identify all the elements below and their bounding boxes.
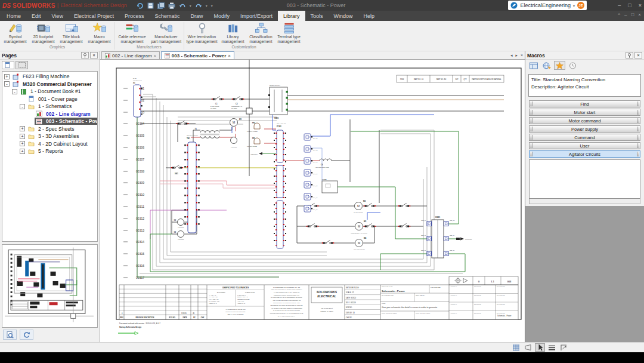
tree-item-line-diagram[interactable]: 002 - Line diagram [2,110,97,118]
panel-close-icon[interactable]: × [90,52,98,59]
redo-dropdown-icon[interactable]: ▾ [206,4,208,8]
expand-toggle[interactable]: + [4,74,10,79]
macro-web-icon[interactable] [541,61,552,70]
save-all-icon[interactable] [157,2,165,10]
doc-restore-icon[interactable]: □ [631,12,634,17]
cable-reference-management-button[interactable]: Cable reference management [115,21,149,45]
doc-close-icon[interactable]: × [638,12,641,17]
manufacturer-part-management-button[interactable]: Manufacturer part management [149,21,183,45]
pages-view-tab-icon[interactable] [2,61,14,69]
symbol-management-button[interactable]: Symbol management [1,21,29,45]
maximize-button[interactable]: □ [628,2,631,8]
undo-dropdown-icon[interactable]: ▾ [190,4,191,8]
frames-view-tab-icon[interactable] [16,61,28,69]
menu-modify[interactable]: Modify [208,11,235,21]
account-dropdown-icon[interactable]: ▾ [573,4,575,8]
tab-label: 002 - Line diagram [112,53,152,59]
svg-text:PR2: PR2 [252,122,256,124]
undo-icon[interactable] [179,2,186,10]
line-weight-icon[interactable] [547,343,557,352]
wire-termination-type-button[interactable]: Wire termination type management [185,21,219,45]
tree-item-m320[interactable]: - M320 Commercial Dispenser [2,81,97,88]
macro-list-view-icon[interactable] [528,61,539,70]
pan-icon[interactable] [137,2,144,10]
tree-item-reports[interactable]: + 5 - Reports [2,147,97,155]
menu-draw[interactable]: Draw [185,11,208,21]
tab-prev-icon[interactable]: ◂ [510,53,513,58]
account-widget[interactable]: ElectricalEngineering ▾ JE [508,1,587,10]
tree-item-3d-assemblies[interactable]: + 3 - 3D Assemblies [2,133,97,140]
tree-item-schematics-folder[interactable]: - 1 - Schematics [2,103,97,110]
tab-line-diagram[interactable]: 002 - Line diagram × [101,51,160,59]
macro-group-motor-start[interactable]: Motor start [529,109,640,116]
doc-minimize-icon[interactable]: – [624,12,627,17]
macro-management-button[interactable]: Macro management [85,21,113,45]
tree-item-document-book[interactable]: - 1 - Document Book #1 [2,88,97,96]
tree-item-spec-sheets[interactable]: + 2 - Spec Sheets [2,125,97,133]
ribbon-collapse-icon[interactable]: ^ [618,12,620,17]
macro-favorites-icon[interactable] [554,61,565,70]
macro-group-motor-command[interactable]: Motor command [529,117,640,124]
preview-zoom-icon[interactable] [3,330,17,340]
expand-toggle[interactable]: - [4,81,10,87]
tree-item-cover-page[interactable]: 001 - Cover page [2,96,97,103]
library-management-button[interactable]: Library management [219,21,247,45]
avatar[interactable]: JE [577,2,584,9]
grid-snap-icon[interactable] [511,343,521,352]
menu-help[interactable]: Help [358,11,380,21]
tab-schematic-power[interactable]: 003 - Schematic - Power × [161,51,234,59]
redo-icon[interactable] [195,2,202,10]
panel-pin-icon[interactable] [626,52,633,59]
macro-items-list[interactable] [529,159,640,199]
panel-pin-icon[interactable] [81,52,89,59]
macro-recent-icon[interactable] [567,61,578,70]
menu-process[interactable]: Process [119,11,150,21]
page-thumbnail-preview[interactable] [2,244,98,328]
tree-item-schematic-power[interactable]: 003 - Schematic - Power [2,118,97,125]
tab-list-close-icon[interactable]: × [521,53,523,58]
print-icon[interactable] [168,2,175,10]
expand-toggle[interactable]: + [20,134,25,139]
macro-group-find[interactable]: Find [529,100,640,107]
selection-cursor-icon[interactable] [535,343,545,352]
tree-item-2d-cabinet-layout[interactable]: + 4 - 2D Cabinet Layout [2,140,97,148]
tab-close-icon[interactable]: × [154,54,156,58]
schematic-sheet[interactable]: ITEM PART NO. LH PART NO. RH SHT QTY PAR… [100,60,525,342]
expand-toggle[interactable]: - [12,89,17,94]
view-fit-icon[interactable] [523,343,533,352]
refresh-icon[interactable] [20,330,33,340]
macro-group-user[interactable]: User [529,142,640,149]
drawing-area[interactable]: ITEM PART NO. LH PART NO. RH SHT QTY PAR… [100,60,525,342]
panel-close-icon[interactable]: × [634,52,642,59]
ribbon-group-manufacturers: Cable reference management Manufacturer … [115,21,183,51]
snap-corner-icon[interactable] [559,343,569,352]
close-button[interactable]: × [639,2,642,8]
tab-close-icon[interactable]: × [228,54,230,58]
terminal-type-management-button[interactable]: Terminal type management [275,21,303,45]
macro-group-command[interactable]: Command [529,134,640,141]
macro-group-power-supply[interactable]: Power supply [529,125,640,133]
menu-edit[interactable]: Edit [26,11,47,21]
tree-item-f623[interactable]: + F623 Filling Machine [2,73,97,81]
menu-tools[interactable]: Tools [305,11,329,21]
tab-next-icon[interactable]: ▸ [515,53,518,58]
expand-toggle[interactable]: + [20,141,25,146]
classification-management-button[interactable]: Classification management [247,21,275,45]
qat-customize-icon[interactable]: ▾ [211,4,213,8]
save-icon[interactable] [147,2,154,10]
menu-electrical-project[interactable]: Electrical Project [69,11,119,21]
menu-schematic[interactable]: Schematic [149,11,185,21]
footprint-management-button[interactable]: 2D footprint management [29,21,57,45]
expand-toggle[interactable]: + [20,149,25,154]
expand-toggle[interactable]: + [20,126,25,131]
menu-library[interactable]: Library [278,11,305,21]
menu-import-export[interactable]: Import/Export [235,11,278,21]
menu-window[interactable]: Window [329,11,358,21]
expand-toggle[interactable]: - [20,104,25,109]
menu-home[interactable]: Home [1,11,26,21]
macro-group-agitator-circuits[interactable]: Agitator Circuits [529,150,640,158]
title-block-management-button[interactable]: Title block management [57,21,85,45]
svg-text:AGITATOR: AGITATOR [231,146,237,147]
menu-view[interactable]: View [47,11,69,21]
minimize-button[interactable]: – [618,2,621,8]
